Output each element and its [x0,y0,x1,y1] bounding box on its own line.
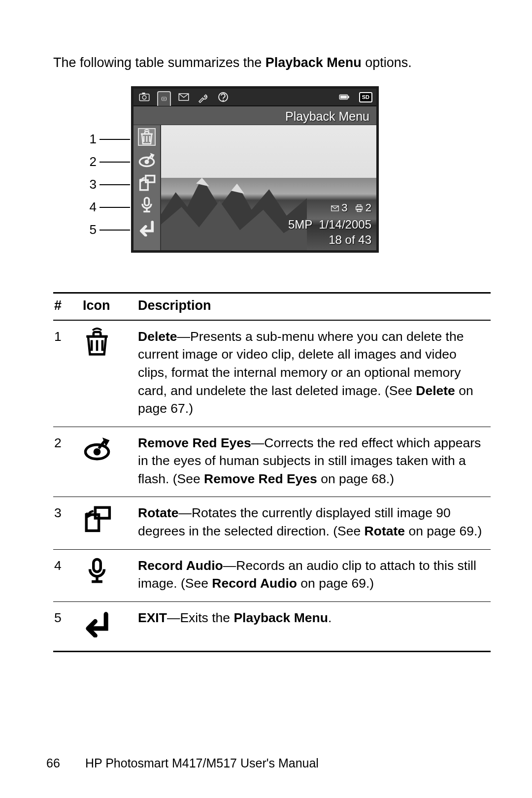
lcd-sidebar [133,125,161,250]
row-desc: Delete—Presents a sub-menu where you can… [137,320,491,427]
camera-tab-icon [137,91,151,103]
row-num: 2 [53,427,82,497]
row-desc: Record Audio—Records an audio clip to at… [137,549,491,601]
lcd-photo: 3 2 5MP 1/14/2005 18 of 43 [161,125,376,250]
help-tab-icon [216,91,230,103]
row-num: 1 [53,320,82,427]
header-icon: Icon [82,293,137,320]
redeye-icon [82,427,137,497]
redeye-icon [138,151,156,168]
mic-icon [82,549,137,601]
page-number: 66 [46,756,82,770]
row-num: 3 [53,497,82,549]
table-row: 4Record Audio—Records an audio clip to a… [53,549,491,601]
photo-overlay: 3 2 5MP 1/14/2005 18 of 43 [288,201,371,247]
row-desc: Rotate—Rotates the currently displayed s… [137,497,491,549]
table-row: 5EXIT—Exits the Playback Menu. [53,601,491,652]
callout-1: 1 [72,131,130,148]
mic-icon [138,196,156,214]
callout-3: 3 [72,176,130,193]
header-desc: Description [137,293,491,320]
sd-card-icon: SD [359,92,372,102]
setup-tab-icon [197,91,210,103]
lcd-title: Playback Menu [133,106,376,125]
intro-text: The following table summarizes the Playb… [53,54,491,71]
callout-2: 2 [72,153,130,170]
camera-lcd: SD Playback Menu [131,86,379,253]
table-row: 1Delete—Presents a sub-menu where you ca… [53,320,491,427]
callout-5: 5 [72,221,130,238]
battery-icon [337,91,351,103]
mail-tab-icon [177,91,191,103]
rotate-icon [82,497,137,549]
rotate-icon [138,173,156,191]
lcd-tab-bar: SD [133,89,376,106]
playback-menu-figure: 12345 SD Playback Menu [72,86,427,259]
page-footer: 66 HP Photosmart M417/M517 User's Manual [46,756,319,770]
exit-icon [138,219,156,236]
row-num: 4 [53,549,82,601]
row-desc: Remove Red Eyes—Corrects the red effect … [137,427,491,497]
manual-title: HP Photosmart M417/M517 User's Manual [85,756,319,770]
options-table: # Icon Description 1Delete—Presents a su… [53,292,491,652]
row-desc: EXIT—Exits the Playback Menu. [137,601,491,652]
table-row: 3Rotate—Rotates the currently displayed … [53,497,491,549]
callout-4: 4 [72,199,130,216]
playback-tab-icon [157,91,171,106]
table-row: 2Remove Red Eyes—Corrects the red effect… [53,427,491,497]
print-count-icon [354,202,365,217]
header-num: # [53,293,82,320]
row-num: 5 [53,601,82,652]
trash-icon [138,128,156,146]
mail-count-icon [330,202,340,217]
exit-icon [82,601,137,652]
trash-icon [82,320,137,427]
